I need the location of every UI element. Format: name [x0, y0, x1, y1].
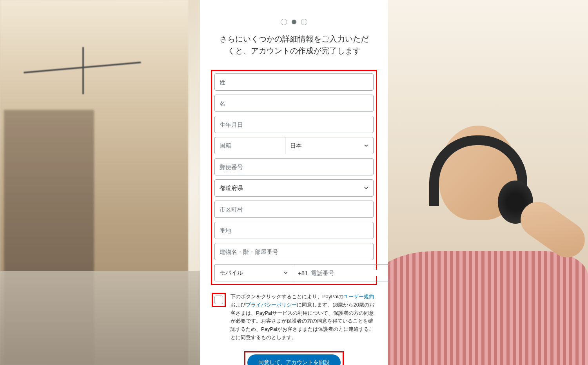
nationality-value: 日本: [290, 142, 302, 150]
nationality-select[interactable]: 日本: [285, 137, 374, 154]
page-heading: さらにいくつかの詳細情報をご入力いただくと、アカウントの作成が完了します: [211, 33, 377, 57]
building-input[interactable]: [214, 243, 374, 260]
phone-number-input[interactable]: [311, 270, 385, 276]
submit-highlight-box: 同意して、アカウントを開設: [244, 351, 344, 365]
step-dot-2: [292, 20, 296, 24]
city-input[interactable]: [214, 201, 374, 218]
submit-wrapper: 同意して、アカウントを開設: [211, 351, 377, 365]
nationality-label: 国籍: [214, 137, 285, 154]
submit-button[interactable]: 同意して、アカウントを開設: [247, 354, 341, 365]
form-highlight-box: 国籍 日本 都道府県 モバイル +81: [211, 70, 377, 285]
chevron-down-icon: [283, 270, 288, 275]
prefecture-value: 都道府県: [220, 184, 243, 192]
checkbox-highlight-box: [212, 293, 226, 307]
step-dot-1: [281, 19, 287, 25]
birthdate-input[interactable]: [214, 116, 374, 133]
progress-stepper: [211, 19, 377, 25]
signup-card: さらにいくつかの詳細情報をご入力いただくと、アカウントの作成が完了します 国籍 …: [200, 0, 388, 365]
phone-type-value: モバイル: [220, 269, 243, 277]
consent-checkbox[interactable]: [214, 296, 223, 304]
step-dot-3: [301, 19, 307, 25]
chevron-down-icon: [364, 143, 368, 148]
consent-row: 下のボタンをクリックすることにより、PayPalのユーザー規約およびプライバシー…: [211, 293, 377, 342]
privacy-policy-link[interactable]: プライバシーポリシー: [246, 302, 297, 308]
postal-code-input[interactable]: [214, 158, 374, 175]
last-name-input[interactable]: [214, 73, 374, 91]
first-name-input[interactable]: [214, 95, 374, 112]
phone-input-wrapper: +81: [293, 264, 390, 281]
phone-prefix: +81: [298, 270, 308, 276]
chevron-down-icon: [364, 186, 368, 190]
prefecture-select[interactable]: 都道府県: [214, 179, 374, 197]
street-input[interactable]: [214, 222, 374, 239]
phone-type-select[interactable]: モバイル: [214, 264, 293, 281]
consent-text: 下のボタンをクリックすることにより、PayPalのユーザー規約およびプライバシー…: [230, 293, 376, 342]
user-agreement-link[interactable]: ユーザー規約: [343, 294, 374, 299]
